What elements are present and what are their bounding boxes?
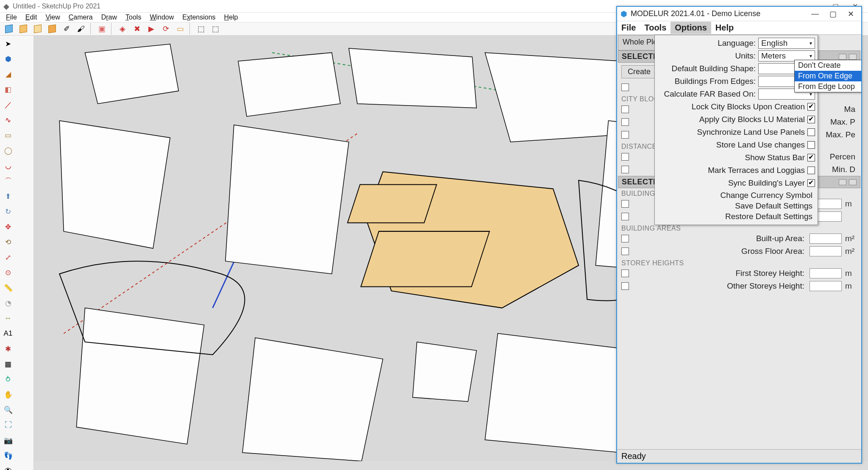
menu-file[interactable]: File xyxy=(3,13,20,22)
toolbar-brush-icon[interactable]: 🖌 xyxy=(75,22,87,35)
tool-camera-icon[interactable]: 📷 xyxy=(0,434,16,447)
checkbox-storeys[interactable] xyxy=(621,213,629,220)
checkbox-max3[interactable] xyxy=(621,131,629,139)
checkbox-cityblock[interactable] xyxy=(621,83,629,91)
opt-storelu-checkbox[interactable] xyxy=(807,141,815,149)
toolbar-ext1-icon[interactable]: ⬚ xyxy=(195,22,207,35)
checkbox-percen[interactable] xyxy=(621,153,629,161)
tool-line-icon[interactable]: ／ xyxy=(0,98,16,111)
toolbar-book-icon[interactable]: ▭ xyxy=(174,22,186,35)
tool-zoom-icon[interactable]: 🔍 xyxy=(0,403,16,417)
dd-item-dont-create[interactable]: Don't Create xyxy=(795,60,861,71)
tool-zoomext-icon[interactable]: ⛶ xyxy=(0,418,16,432)
section-collapse2-icon[interactable] xyxy=(849,54,857,60)
toolbar-cube2[interactable] xyxy=(31,22,44,35)
tool-followme-icon[interactable]: ↻ xyxy=(0,205,16,218)
plugin-title: MODELUR 2021.4.01 - Demo License xyxy=(631,9,760,18)
tool-pushpull-icon[interactable]: ⬆ xyxy=(0,189,16,203)
checkbox-max1[interactable] xyxy=(621,106,629,113)
tool-axes-icon[interactable]: ✱ xyxy=(0,342,16,356)
section-collapse-icon[interactable] xyxy=(839,54,846,60)
input-firststorey[interactable] xyxy=(810,268,842,278)
tool-rectangle-icon[interactable]: ▭ xyxy=(0,128,16,142)
section2-collapse2-icon[interactable] xyxy=(849,179,857,185)
toolbar-refresh-icon[interactable]: ⟳ xyxy=(159,22,172,35)
toolbar-x-icon[interactable]: ✖ xyxy=(131,22,143,35)
opt-change-currency[interactable]: Change Currency Symbol xyxy=(657,189,815,200)
tool-text-icon[interactable]: A1 xyxy=(0,327,16,340)
input-otherstorey[interactable] xyxy=(810,281,842,291)
tool-arc-icon[interactable]: ◡ xyxy=(0,159,16,172)
tool-eraser-icon[interactable]: ◧ xyxy=(0,83,16,96)
toolbar-flag-icon[interactable]: ▶ xyxy=(145,22,158,35)
tool-paint-icon[interactable]: ◢ xyxy=(0,67,16,81)
tool-tape-icon[interactable]: 📏 xyxy=(0,281,16,295)
tool-section-icon[interactable]: ▦ xyxy=(0,357,16,371)
plugin-minimize-button[interactable]: — xyxy=(808,9,822,19)
plugin-menu-file[interactable]: File xyxy=(617,22,640,34)
input-builtup[interactable] xyxy=(810,234,842,244)
toolbar-cube1[interactable] xyxy=(17,22,30,35)
toolbar-blocks-icon[interactable]: ▣ xyxy=(95,22,108,35)
plugin-close-button[interactable]: ✕ xyxy=(843,9,858,19)
checkbox-mind[interactable] xyxy=(621,166,629,173)
opt-synclayer-checkbox[interactable] xyxy=(807,179,815,187)
tool-circle-icon[interactable]: ◯ xyxy=(0,144,16,157)
dd-item-from-edge-loop[interactable]: From Edge Loop xyxy=(795,81,861,92)
opt-markterr-checkbox[interactable] xyxy=(807,167,815,174)
opt-applylu-checkbox[interactable] xyxy=(807,116,815,123)
toolbar-ext2-icon[interactable]: ⬚ xyxy=(209,22,222,35)
checkbox-bheight[interactable] xyxy=(621,200,629,208)
tool-freehand-icon[interactable]: ∿ xyxy=(0,113,16,127)
tool-select-icon[interactable]: ➤ xyxy=(0,37,16,50)
menu-camera[interactable]: Camera xyxy=(65,13,96,22)
tool-look-icon[interactable]: 👁 xyxy=(0,464,16,470)
opt-synclayer-label: Sync Building's Layer xyxy=(657,178,807,188)
tool-rotate-icon[interactable]: ⟲ xyxy=(0,235,16,249)
checkbox-builtup[interactable] xyxy=(621,235,629,242)
menu-edit[interactable]: Edit xyxy=(22,13,41,22)
tool-dimension-icon[interactable]: ↔ xyxy=(0,311,16,325)
menu-tools[interactable]: Tools xyxy=(122,13,145,22)
tool-component-icon[interactable]: ⬢ xyxy=(0,52,16,66)
opt-lock-label: Lock City Blocks Upon Creation xyxy=(657,102,807,111)
plugin-menu-options[interactable]: Options xyxy=(670,22,711,34)
plugin-maximize-button[interactable]: ▢ xyxy=(826,9,840,19)
menu-draw[interactable]: Draw xyxy=(98,13,120,22)
toolbar-diamond-icon[interactable]: ◈ xyxy=(116,22,129,35)
menu-view[interactable]: View xyxy=(42,13,63,22)
plugin-menu-help[interactable]: Help xyxy=(711,22,738,34)
opt-save-defaults[interactable]: Save Default Settings xyxy=(657,200,815,211)
checkbox-otherstorey[interactable] xyxy=(621,282,629,290)
tool-protractor-icon[interactable]: ◔ xyxy=(0,296,16,310)
opt-syncpanels-checkbox[interactable] xyxy=(807,128,815,136)
checkbox-max2[interactable] xyxy=(621,118,629,126)
svg-marker-17 xyxy=(485,334,638,453)
checkbox-gfa[interactable] xyxy=(621,248,629,255)
tool-arc2-icon[interactable]: ⌒ xyxy=(0,174,16,188)
menu-help[interactable]: Help xyxy=(221,13,242,22)
tool-offset-icon[interactable]: ⊙ xyxy=(0,266,16,279)
tool-walk-icon[interactable]: 👣 xyxy=(0,449,16,462)
section2-collapse-icon[interactable] xyxy=(839,179,846,185)
plugin-icon: ⬢ xyxy=(620,9,627,19)
menu-window[interactable]: Window xyxy=(146,13,177,22)
unit-m2: m xyxy=(845,269,857,278)
tool-move-icon[interactable]: ✥ xyxy=(0,220,16,234)
tool-scale-icon[interactable]: ⤢ xyxy=(0,250,16,264)
input-gfa[interactable] xyxy=(810,246,842,256)
checkbox-firststorey[interactable] xyxy=(621,270,629,277)
opt-language-select[interactable]: English▾ xyxy=(758,38,815,49)
opt-lock-checkbox[interactable] xyxy=(807,103,815,111)
toolbar-modelur-icon[interactable] xyxy=(3,22,15,35)
tool-orbit-icon[interactable]: ⥁ xyxy=(0,373,16,386)
opt-showstatus-checkbox[interactable] xyxy=(807,154,815,161)
opt-restore-defaults[interactable]: Restore Default Settings xyxy=(657,211,815,221)
svg-marker-16 xyxy=(413,342,477,402)
menu-extensions[interactable]: Extensions xyxy=(179,13,219,22)
plugin-menu-tools[interactable]: Tools xyxy=(640,22,670,34)
toolbar-eyedropper-icon[interactable]: ✐ xyxy=(60,22,73,35)
toolbar-cube3[interactable] xyxy=(46,22,58,35)
dd-item-from-one-edge[interactable]: From One Edge xyxy=(795,71,861,81)
tool-pan-icon[interactable]: ✋ xyxy=(0,388,16,401)
